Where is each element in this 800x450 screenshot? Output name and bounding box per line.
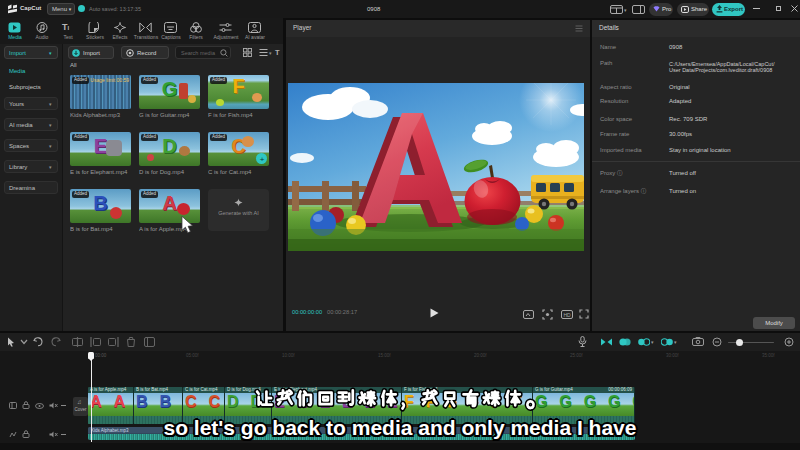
- svg-text:HD: HD: [563, 312, 571, 318]
